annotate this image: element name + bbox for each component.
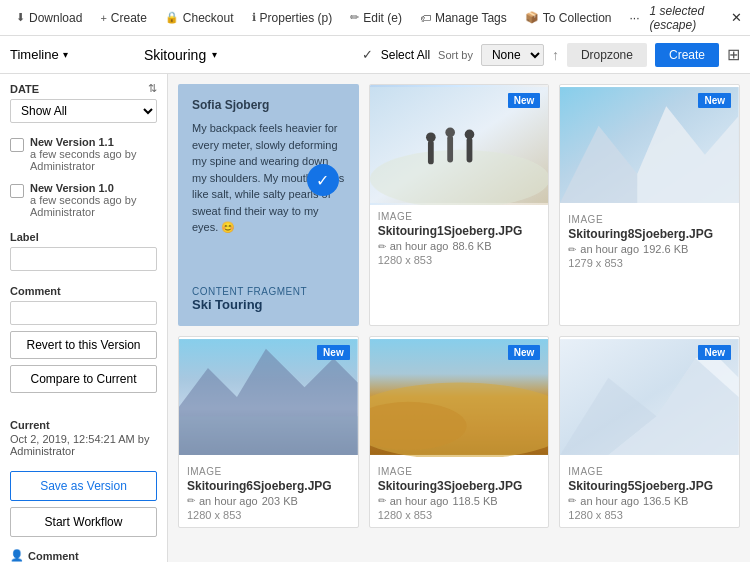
card-type-3: IMAGE	[187, 466, 350, 477]
image-card-5[interactable]: New IMAGE Skitouring5Sjoeberg.JPG ✏ an h…	[559, 336, 740, 528]
card-name-4: Skitouring3Sjoeberg.JPG	[378, 479, 541, 493]
edit-btn[interactable]: ✏ Edit (e)	[342, 0, 410, 35]
new-badge-1: New	[508, 93, 541, 108]
svg-rect-13	[179, 416, 358, 455]
select-all-btn[interactable]: Select All	[381, 48, 430, 62]
date-label: DATE	[10, 83, 39, 95]
version-time-1: a few seconds ago by Administrator	[30, 148, 157, 172]
date-sort-icon[interactable]: ⇅	[148, 82, 157, 95]
new-badge-5: New	[698, 345, 731, 360]
revert-version-btn[interactable]: Revert to this Version	[10, 331, 157, 359]
new-badge-2: New	[698, 93, 731, 108]
version-time-2: a few seconds ago by Administrator	[30, 194, 157, 218]
card-dims-2: 1279 x 853	[568, 257, 731, 269]
svg-rect-6	[466, 137, 472, 162]
image-card-3[interactable]: New IMAGE Skitouring6Sjoeberg.JPG ✏ an h…	[178, 336, 359, 528]
card-time-2: an hour ago	[580, 243, 639, 255]
card-dims-1: 1280 x 853	[378, 254, 541, 266]
edit-icon-5: ✏	[568, 495, 576, 506]
content-fragment-card[interactable]: Sofia Sjoberg My backpack feels heavier …	[178, 84, 359, 326]
cf-author: Sofia Sjoberg	[192, 98, 345, 112]
tag-icon: 🏷	[420, 12, 431, 24]
cf-check-icon: ✓	[307, 164, 339, 196]
manage-tags-btn[interactable]: 🏷 Manage Tags	[412, 0, 515, 35]
compare-current-btn[interactable]: Compare to Current	[10, 365, 157, 393]
collection-name-area: Skitouring ▾	[144, 47, 217, 63]
comment-section-header: Comment	[0, 277, 167, 301]
to-collection-btn[interactable]: 📦 To Collection	[517, 0, 620, 35]
card-size-1: 88.6 KB	[452, 240, 491, 252]
timeline-toggle[interactable]: Timeline ▾	[10, 47, 68, 62]
date-section-header: DATE ⇅	[0, 74, 167, 99]
version-icon-2	[10, 184, 24, 198]
sort-label: Sort by	[438, 49, 473, 61]
svg-point-3	[426, 132, 436, 142]
edit-icon-2: ✏	[568, 244, 576, 255]
properties-btn[interactable]: ℹ Properties (p)	[244, 0, 341, 35]
sort-asc-icon[interactable]: ↑	[552, 47, 559, 63]
card-type-4: IMAGE	[378, 466, 541, 477]
main-toolbar: ⬇ Download + Create 🔒 Checkout ℹ Propert…	[0, 0, 750, 36]
current-label: Current	[10, 419, 157, 431]
card-size-3: 203 KB	[262, 495, 298, 507]
checkmark-icon: ✓	[362, 47, 373, 62]
comment-input-top[interactable]	[10, 301, 157, 325]
image-card-2[interactable]: New IMAGE Skitouring8Sjoeberg.JPG ✏ an h…	[559, 84, 740, 326]
collection-chevron-icon: ▾	[212, 49, 217, 60]
sidebar: DATE ⇅ Show All New Version 1.1 a few se…	[0, 74, 168, 562]
collection-icon: 📦	[525, 11, 539, 24]
cf-title: Ski Touring	[192, 297, 345, 312]
label-input[interactable]	[10, 247, 157, 271]
nav-actions: ✓ Select All Sort by None ↑ Dropzone Cre…	[362, 43, 740, 67]
dropzone-btn[interactable]: Dropzone	[567, 43, 647, 67]
card-time-4: an hour ago	[390, 495, 449, 507]
download-btn[interactable]: ⬇ Download	[8, 0, 90, 35]
card-name-3: Skitouring6Sjoeberg.JPG	[187, 479, 350, 493]
create-main-btn[interactable]: Create	[655, 43, 719, 67]
save-version-btn[interactable]: Save as Version	[10, 471, 157, 501]
grid-view-toggle[interactable]: ⊞	[727, 45, 740, 64]
edit-icon: ✏	[350, 11, 359, 24]
collection-name: Skitouring	[144, 47, 206, 63]
info-icon: ℹ	[252, 11, 256, 24]
card-size-4: 118.5 KB	[452, 495, 497, 507]
card-name-5: Skitouring5Sjoeberg.JPG	[568, 479, 731, 493]
card-time-5: an hour ago	[580, 495, 639, 507]
version-icon-1	[10, 138, 24, 152]
edit-icon-4: ✏	[378, 495, 386, 506]
create-btn[interactable]: + Create	[92, 0, 154, 35]
version-name-2: New Version 1.0	[30, 182, 157, 194]
checkout-btn[interactable]: 🔒 Checkout	[157, 0, 242, 35]
card-size-2: 192.6 KB	[643, 243, 688, 255]
card-type-2: IMAGE	[568, 214, 731, 225]
version-item-2[interactable]: New Version 1.0 a few seconds ago by Adm…	[0, 177, 167, 223]
current-section: Current Oct 2, 2019, 12:54:21 AM by Admi…	[0, 411, 167, 465]
sort-select[interactable]: None	[481, 44, 544, 66]
selected-count: 1 selected (escape)	[650, 4, 724, 32]
image-card-4[interactable]: New IMAGE Skitouring3Sjoeberg.JPG ✏ an h…	[369, 336, 550, 528]
nav-bar: Timeline ▾ Skitouring ▾ ✓ Select All Sor…	[0, 36, 750, 74]
toolbar-right: 1 selected (escape) ✕	[650, 4, 743, 32]
user-icon: 👤	[10, 549, 24, 562]
show-all-select[interactable]: Show All	[10, 99, 157, 123]
card-dims-5: 1280 x 853	[568, 509, 731, 521]
current-date: Oct 2, 2019, 12:54:21 AM by Administrato…	[10, 433, 157, 457]
edit-icon-1: ✏	[378, 241, 386, 252]
version-item-1[interactable]: New Version 1.1 a few seconds ago by Adm…	[0, 131, 167, 177]
image-card-1[interactable]: New IMAGE Skitouring1Sjoeberg.JPG ✏ an h…	[369, 84, 550, 326]
main-area: DATE ⇅ Show All New Version 1.1 a few se…	[0, 74, 750, 562]
more-btn[interactable]: ···	[621, 0, 647, 35]
card-time-3: an hour ago	[199, 495, 258, 507]
comment-label: 👤 Comment	[10, 549, 157, 562]
svg-point-5	[445, 128, 455, 138]
chevron-down-icon: ▾	[63, 49, 68, 60]
svg-point-7	[464, 130, 474, 140]
start-workflow-btn[interactable]: Start Workflow	[10, 507, 157, 537]
label-section-header: Label	[0, 223, 167, 247]
card-dims-3: 1280 x 853	[187, 509, 350, 521]
card-dims-4: 1280 x 853	[378, 509, 541, 521]
close-selection-btn[interactable]: ✕	[731, 10, 742, 25]
card-name-2: Skitouring8Sjoeberg.JPG	[568, 227, 731, 241]
card-name-1: Skitouring1Sjoeberg.JPG	[378, 224, 541, 238]
card-type-5: IMAGE	[568, 466, 731, 477]
